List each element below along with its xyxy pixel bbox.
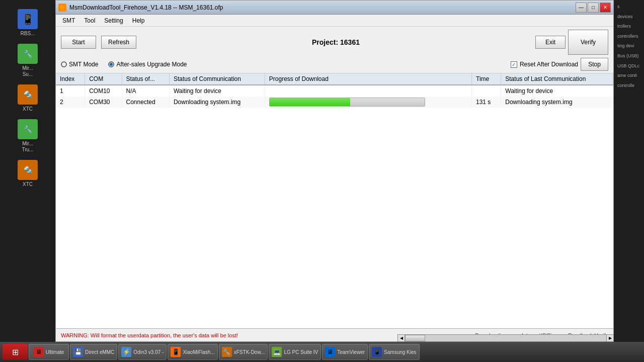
- taskbar-app-emmc[interactable]: 💾 Direct eMMC: [70, 344, 117, 360]
- reset-section: ✓ Reset After Download Stop: [511, 58, 608, 71]
- col-last-comm: Status of Last Communication: [501, 73, 613, 85]
- right-text-controllers: controllers: [616, 32, 641, 41]
- start-icon: ⊞: [12, 347, 19, 357]
- right-text-ctrl: controlle: [616, 81, 641, 90]
- taskbar-app-xiao[interactable]: 📱 XiaoMiFlash...: [168, 344, 217, 360]
- taskbar-app-odin[interactable]: ⚡ Odin3 v3.07 -: [118, 344, 167, 360]
- xiao-icon: 📱: [171, 347, 181, 357]
- col-progress: Progress of Download: [265, 73, 471, 85]
- menu-setting[interactable]: Setting: [100, 16, 127, 26]
- table-container: Index COM Status of... Status of Communi…: [56, 73, 613, 328]
- reset-checkbox[interactable]: ✓: [511, 61, 517, 68]
- row2-progress: [265, 97, 471, 108]
- data-table: Index COM Status of... Status of Communi…: [56, 73, 613, 108]
- bottom-taskbar: ⊞ 🖥 Ultimate 💾 Direct eMMC ⚡ Odin3 v3.07…: [0, 342, 644, 362]
- taskbar-icon-rbs[interactable]: 📱 RBS...: [8, 5, 48, 40]
- right-buttons: Exit Verify: [535, 30, 608, 55]
- ultimate-icon: 🖥: [34, 347, 44, 357]
- aftersales-mode-radio[interactable]: [108, 61, 114, 67]
- taskbar-app-ultimate[interactable]: 🖥 Ultimate: [29, 344, 69, 360]
- col-status-of: Status of...: [122, 73, 169, 85]
- right-text-devices: devices: [616, 13, 641, 21]
- teamviewer-icon: 🖥: [325, 347, 335, 357]
- main-window: 🔶 MsmDownloadTool_Firehose_V1.4.18 -- MS…: [55, 0, 614, 342]
- right-text-ting: ting devi: [616, 42, 641, 50]
- scroll-left-arrow[interactable]: ◀: [397, 334, 405, 342]
- minimize-button[interactable]: —: [576, 3, 587, 13]
- left-taskbar: 📱 RBS... 🔧 Mir...Su... 🔩 XTC 🔧 Mir...Tru…: [0, 0, 55, 362]
- taskbar-icon-xtc2[interactable]: 🔩 XTC: [8, 156, 48, 191]
- taskbar-app-xfstk[interactable]: 🔧 xFSTK-Dow...: [219, 344, 268, 360]
- menu-help[interactable]: Help: [128, 16, 149, 26]
- maximize-button[interactable]: □: [588, 3, 599, 13]
- menu-smt[interactable]: SMT: [58, 16, 79, 26]
- xfstk-icon: 🔧: [222, 347, 232, 357]
- scroll-right-arrow[interactable]: ▶: [606, 334, 614, 342]
- taskbar-icon-xtc1[interactable]: 🔩 XTC: [8, 80, 48, 116]
- emmc-icon: 💾: [73, 347, 83, 357]
- exit-button[interactable]: Exit: [535, 36, 566, 49]
- smt-mode-option[interactable]: SMT Mode: [61, 61, 98, 68]
- row2-status-comm: Downloading system.img: [169, 97, 265, 108]
- project-label: Project: 16361: [141, 38, 530, 46]
- taskbar-app-lg[interactable]: 💻 LG PC Suite IV: [269, 344, 321, 360]
- reset-label: Reset After Download: [520, 61, 578, 68]
- row1-time: [472, 85, 501, 97]
- stop-button[interactable]: Stop: [581, 58, 608, 71]
- start-button-taskbar[interactable]: ⊞: [3, 344, 28, 360]
- menu-bar: SMT Tool Setting Help: [56, 15, 613, 27]
- xtc2-label: XTC: [23, 182, 33, 188]
- row2-last-comm: Downloading system.img: [501, 97, 613, 108]
- taskbar-app-teamviewer[interactable]: 🖥 TeamViewer: [322, 344, 368, 360]
- right-text-game: ame conti: [616, 71, 641, 80]
- close-button[interactable]: ✕: [600, 3, 611, 13]
- mir1-icon: 🔧: [18, 44, 38, 64]
- samsung-icon: 📱: [372, 347, 382, 357]
- row1-status-of: N/A: [122, 85, 169, 97]
- title-bar: 🔶 MsmDownloadTool_Firehose_V1.4.18 -- MS…: [56, 1, 613, 15]
- aftersales-mode-option[interactable]: After-sales Upgrade Mode: [108, 61, 187, 68]
- start-button[interactable]: Start: [61, 36, 96, 49]
- odin-icon: ⚡: [121, 347, 131, 357]
- smt-mode-radio[interactable]: [61, 61, 67, 67]
- ultimate-label: Ultimate: [46, 349, 64, 355]
- teamviewer-label: TeamViewer: [337, 349, 365, 355]
- progress-fill: [270, 98, 350, 106]
- taskbar-icon-mir2[interactable]: 🔧 Mir...Tru...: [8, 118, 48, 153]
- app-icon: 🔶: [58, 4, 66, 12]
- row1-progress: [265, 85, 471, 97]
- xtc2-icon: 🔩: [18, 160, 38, 180]
- right-text-s: s: [616, 3, 641, 11]
- mode-bar: SMT Mode After-sales Upgrade Mode ✓ Rese…: [56, 56, 613, 73]
- table-row: 1 COM10 N/A Waiting for device Waiting f…: [56, 85, 613, 97]
- xtc1-icon: 🔩: [18, 84, 38, 105]
- smt-mode-label: SMT Mode: [69, 61, 98, 68]
- row2-com: COM30: [85, 97, 122, 108]
- table-row: 2 COM30 Connected Downloading system.img…: [56, 97, 613, 108]
- col-status-comm: Status of Communication: [169, 73, 265, 85]
- row2-time: 131 s: [472, 97, 501, 108]
- title-controls: — □ ✕: [576, 3, 611, 13]
- lg-icon: 💻: [272, 347, 282, 357]
- verify-button[interactable]: Verify: [568, 30, 608, 55]
- refresh-button[interactable]: Refresh: [101, 36, 136, 49]
- xiao-label: XiaoMiFlash...: [183, 349, 214, 355]
- col-com: COM: [85, 73, 122, 85]
- progress-empty: [350, 98, 425, 106]
- menu-tool[interactable]: Tool: [80, 16, 99, 26]
- xfstk-label: xFSTK-Dow...: [234, 349, 265, 355]
- samsung-label: Samsung Kies: [384, 349, 416, 355]
- scroll-track: [405, 334, 606, 342]
- taskbar-icon-mir1[interactable]: 🔧 Mir...Su...: [8, 43, 48, 78]
- odin-label: Odin3 v3.07 -: [133, 349, 164, 355]
- row1-status-comm: Waiting for device: [169, 85, 265, 97]
- lg-label: LG PC Suite IV: [284, 349, 318, 355]
- row1-index: 1: [56, 85, 85, 97]
- row2-index: 2: [56, 97, 85, 108]
- mir2-label: Mir...Tru...: [22, 141, 34, 153]
- scroll-thumb[interactable]: [405, 335, 425, 341]
- row1-last-comm: Waiting for device: [501, 85, 613, 97]
- right-text-trollers: trollers: [616, 22, 641, 31]
- scrollbar-area: ◀ ▶: [397, 334, 614, 342]
- taskbar-app-samsung[interactable]: 📱 Samsung Kies: [369, 344, 419, 360]
